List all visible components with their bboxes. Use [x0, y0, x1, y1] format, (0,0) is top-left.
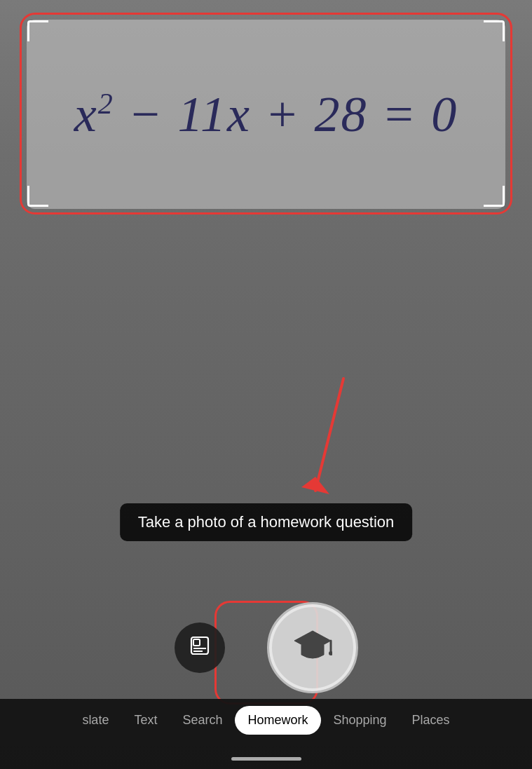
- tooltip-text: Take a photo of a homework question: [138, 513, 395, 531]
- equation-paper: x2 − 11x + 28 = 0: [27, 20, 505, 209]
- graduation-cap-icon: [293, 627, 332, 669]
- svg-line-0: [315, 379, 343, 491]
- tab-shopping-label: Shopping: [334, 713, 387, 728]
- camera-controls: [0, 602, 532, 693]
- tab-places[interactable]: Places: [400, 706, 463, 735]
- tab-shopping[interactable]: Shopping: [321, 706, 400, 735]
- gallery-button[interactable]: [175, 622, 225, 673]
- tab-places-label: Places: [412, 713, 450, 728]
- tab-translate-label: slate: [82, 713, 109, 728]
- svg-rect-3: [193, 639, 200, 646]
- tab-text-label: Text: [134, 713, 157, 728]
- tab-homework-label: Homework: [247, 713, 308, 728]
- svg-point-8: [329, 651, 332, 655]
- tab-homework[interactable]: Homework: [235, 706, 320, 735]
- tab-text[interactable]: Text: [121, 706, 170, 735]
- gallery-icon: [190, 636, 210, 660]
- pointer-arrow: [294, 372, 378, 512]
- tooltip-homework: Take a photo of a homework question: [120, 503, 413, 541]
- tab-search-label: Search: [182, 713, 222, 728]
- bottom-nav: slate Text Search Homework Shopping Plac…: [0, 699, 532, 769]
- capture-button[interactable]: [267, 602, 358, 693]
- equation-display: x2 − 11x + 28 = 0: [74, 86, 458, 144]
- tab-translate[interactable]: slate: [69, 706, 121, 735]
- home-indicator: [231, 757, 301, 761]
- tab-search[interactable]: Search: [170, 706, 235, 735]
